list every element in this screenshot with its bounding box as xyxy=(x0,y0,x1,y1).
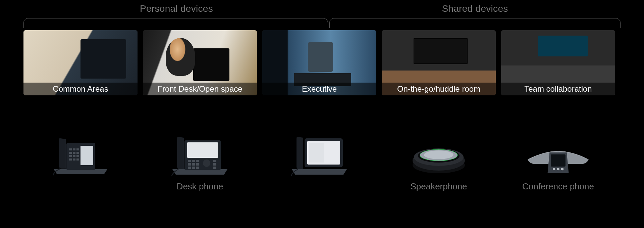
scenario-row: Common Areas Front Desk/Open space Execu… xyxy=(23,30,621,95)
device-label: Speakerphone xyxy=(410,181,467,193)
svg-rect-28 xyxy=(213,167,216,169)
svg-rect-1 xyxy=(80,146,93,165)
svg-rect-22 xyxy=(188,167,191,169)
scenario-caption: On-the-go/huddle room xyxy=(382,83,496,95)
svg-point-40 xyxy=(553,168,555,171)
svg-rect-15 xyxy=(187,142,218,158)
device-desk-phone-buttons: Desk phone xyxy=(143,129,257,193)
device-conference-phone: Conference phone xyxy=(501,129,615,193)
svg-rect-6 xyxy=(73,152,75,154)
svg-rect-23 xyxy=(192,167,195,169)
svg-point-42 xyxy=(561,168,564,171)
category-headers: Personal devices Shared devices xyxy=(23,3,621,17)
bracket-personal-icon xyxy=(23,18,328,28)
device-thumb xyxy=(405,129,472,176)
svg-rect-12 xyxy=(73,158,75,161)
device-thumb xyxy=(286,129,353,176)
conference-phone-icon xyxy=(525,129,592,176)
device-thumb xyxy=(166,129,233,176)
svg-rect-13 xyxy=(76,158,79,161)
bracket-shared-icon xyxy=(329,18,621,28)
svg-point-38 xyxy=(424,150,453,159)
svg-rect-7 xyxy=(76,152,79,154)
svg-point-41 xyxy=(557,168,559,171)
svg-rect-24 xyxy=(196,167,199,169)
svg-rect-27 xyxy=(213,163,216,166)
category-personal-label: Personal devices xyxy=(23,3,329,14)
device-label: Conference phone xyxy=(522,181,594,193)
svg-rect-16 xyxy=(188,160,191,162)
scenario-caption: Common Areas xyxy=(23,83,138,95)
svg-rect-19 xyxy=(188,163,191,166)
svg-rect-21 xyxy=(196,163,199,166)
scenario-front-desk: Front Desk/Open space xyxy=(143,30,257,95)
svg-rect-2 xyxy=(69,148,72,150)
svg-rect-20 xyxy=(192,163,195,166)
device-speakerphone: Speakerphone xyxy=(382,129,496,193)
svg-rect-18 xyxy=(196,160,199,162)
device-thumb xyxy=(47,129,114,176)
svg-rect-8 xyxy=(69,155,72,157)
category-shared-label: Shared devices xyxy=(329,3,621,14)
svg-rect-17 xyxy=(192,160,195,162)
device-desk-phone-touch xyxy=(262,129,376,193)
svg-rect-26 xyxy=(213,160,216,162)
scenario-team-collab: Team collaboration xyxy=(501,30,615,95)
svg-rect-4 xyxy=(76,148,79,150)
svg-rect-5 xyxy=(69,152,72,154)
scenario-caption: Executive xyxy=(262,83,376,95)
device-desk-phone-basic xyxy=(23,129,138,193)
scenario-common-areas: Common Areas xyxy=(23,30,138,95)
scenario-caption: Front Desk/Open space xyxy=(143,83,257,95)
svg-rect-39 xyxy=(551,154,566,167)
svg-rect-9 xyxy=(73,155,75,157)
scenario-executive: Executive xyxy=(262,30,376,95)
desk-phone-icon xyxy=(47,129,114,176)
device-label: Desk phone xyxy=(177,181,223,193)
svg-point-25 xyxy=(203,159,210,167)
scenario-huddle-room: On-the-go/huddle room xyxy=(382,30,496,95)
device-row: Desk phone xyxy=(23,129,621,193)
desk-phone-icon xyxy=(166,129,233,176)
svg-rect-10 xyxy=(76,155,79,157)
layout-root: Personal devices Shared devices Common A… xyxy=(0,0,644,228)
scenario-caption: Team collaboration xyxy=(501,83,615,95)
svg-rect-3 xyxy=(73,148,75,150)
svg-rect-31 xyxy=(309,143,324,163)
device-thumb xyxy=(525,129,592,176)
svg-rect-11 xyxy=(69,158,72,161)
desk-phone-icon xyxy=(286,129,353,176)
category-brackets xyxy=(23,18,621,28)
speakerphone-icon xyxy=(405,129,472,176)
